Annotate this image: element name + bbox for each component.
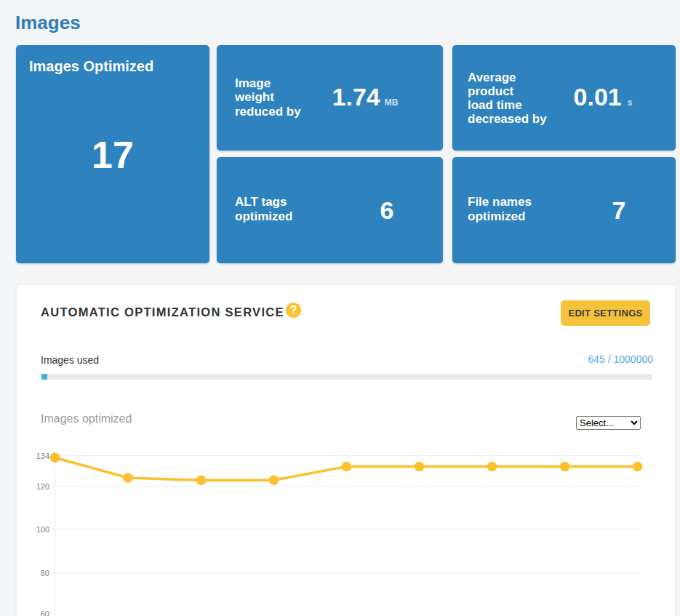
svg-text:120: 120 — [36, 482, 49, 491]
svg-text:?: ? — [290, 304, 297, 316]
svg-text:60: 60 — [41, 609, 49, 616]
svg-text:80: 80 — [41, 569, 49, 577]
svg-text:134: 134 — [36, 452, 49, 460]
svg-text:100: 100 — [36, 525, 49, 534]
